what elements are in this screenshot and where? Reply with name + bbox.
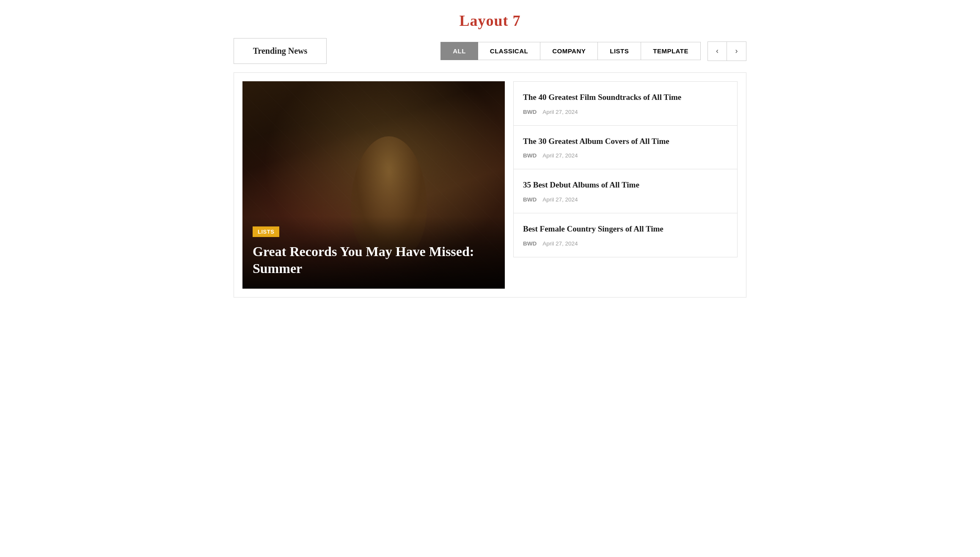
article-meta: BWD April 27, 2024 — [523, 240, 728, 247]
featured-article[interactable]: LISTS Great Records You May Have Missed:… — [242, 81, 505, 289]
filter-tab-template[interactable]: TEMPLATE — [641, 42, 701, 60]
article-date: April 27, 2024 — [542, 109, 578, 115]
filter-tabs: ALL CLASSICAL COMPANY LISTS TEMPLATE — [440, 42, 701, 60]
article-date: April 27, 2024 — [542, 152, 578, 159]
filter-tab-classical[interactable]: CLASSICAL — [478, 42, 540, 60]
trending-news-label: Trending News — [234, 38, 327, 64]
article-title: The 30 Greatest Album Covers of All Time — [523, 136, 728, 147]
article-meta: BWD April 27, 2024 — [523, 196, 728, 203]
article-author: BWD — [523, 240, 537, 247]
filter-tab-all[interactable]: ALL — [440, 42, 478, 60]
page-title-area: Layout 7 — [0, 0, 980, 38]
article-date: April 27, 2024 — [542, 196, 578, 203]
section-header: Trending News ALL CLASSICAL COMPANY LIST… — [234, 38, 746, 64]
content-area: LISTS Great Records You May Have Missed:… — [234, 72, 746, 298]
article-author: BWD — [523, 196, 537, 203]
page-title: Layout 7 — [0, 12, 980, 30]
article-card[interactable]: The 30 Greatest Album Covers of All Time… — [513, 126, 738, 170]
main-container: Trending News ALL CLASSICAL COMPANY LIST… — [223, 38, 757, 314]
article-card[interactable]: The 40 Greatest Film Soundtracks of All … — [513, 81, 738, 126]
filter-tab-lists[interactable]: LISTS — [598, 42, 641, 60]
article-author: BWD — [523, 152, 537, 159]
article-meta: BWD April 27, 2024 — [523, 152, 728, 159]
article-author: BWD — [523, 109, 537, 115]
article-date: April 27, 2024 — [542, 240, 578, 247]
article-meta: BWD April 27, 2024 — [523, 109, 728, 115]
filter-tab-company[interactable]: COMPANY — [540, 42, 598, 60]
prev-arrow-button[interactable]: ‹ — [707, 41, 727, 61]
featured-category-badge: LISTS — [253, 226, 279, 237]
nav-arrows: ‹ › — [707, 41, 746, 61]
article-title: 35 Best Debut Albums of All Time — [523, 179, 728, 190]
featured-title: Great Records You May Have Missed: Summe… — [253, 243, 495, 277]
featured-overlay: LISTS Great Records You May Have Missed:… — [242, 216, 505, 289]
article-title: Best Female Country Singers of All Time — [523, 223, 728, 234]
articles-list: The 40 Greatest Film Soundtracks of All … — [513, 81, 738, 289]
article-title: The 40 Greatest Film Soundtracks of All … — [523, 92, 728, 103]
article-card[interactable]: Best Female Country Singers of All Time … — [513, 213, 738, 257]
article-card[interactable]: 35 Best Debut Albums of All Time BWD Apr… — [513, 169, 738, 213]
next-arrow-button[interactable]: › — [727, 41, 746, 61]
